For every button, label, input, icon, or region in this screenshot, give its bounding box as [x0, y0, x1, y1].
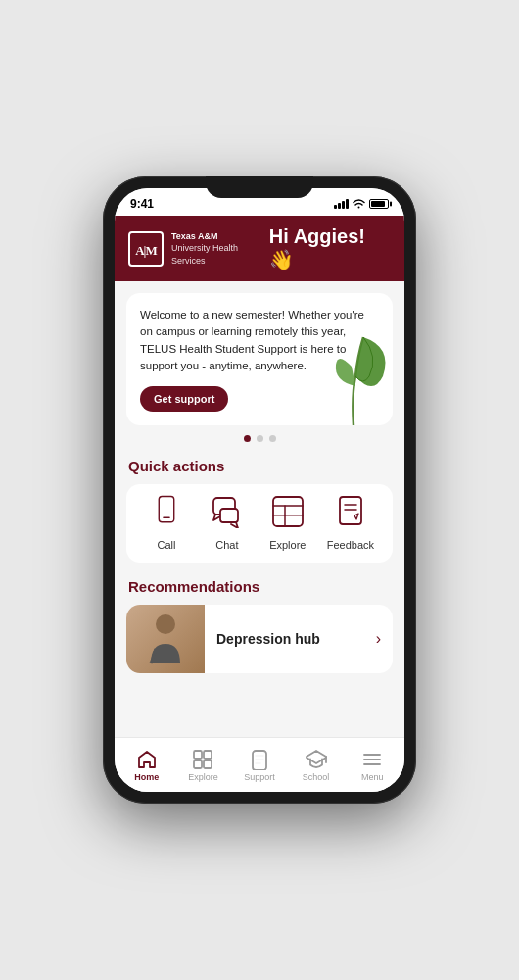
- svg-point-0: [358, 207, 360, 209]
- wifi-icon: [353, 199, 365, 209]
- recommendations-title: Recommendations: [115, 570, 404, 605]
- header-left: A|M Texas A&M University Health Services: [128, 230, 269, 268]
- battery-icon: [369, 199, 389, 209]
- welcome-card: Welcome to a new semester! Whether you'r…: [126, 293, 393, 425]
- svg-text:A|M: A|M: [135, 243, 157, 258]
- recommendations-section: Recommendations Depression hub ›: [115, 570, 404, 673]
- app-header: A|M Texas A&M University Health Services…: [115, 216, 404, 281]
- chat-label: Chat: [215, 539, 238, 551]
- carousel-dot-1[interactable]: [244, 435, 251, 442]
- nav-menu[interactable]: Menu: [344, 749, 401, 782]
- welcome-text: Welcome to a new semester! Whether you'r…: [140, 307, 379, 374]
- university-dept: University Health Services: [171, 242, 269, 267]
- svg-rect-17: [204, 751, 212, 759]
- feedback-label: Feedback: [327, 539, 374, 551]
- explore-nav-icon: [192, 749, 213, 770]
- svg-rect-16: [194, 751, 202, 759]
- phone-screen: 9:41: [115, 188, 404, 792]
- feedback-icon-container: [329, 490, 372, 533]
- svg-marker-24: [307, 751, 326, 763]
- home-nav-icon: [136, 749, 158, 770]
- chat-icon-container: [206, 490, 249, 533]
- nav-explore[interactable]: Explore: [175, 749, 232, 782]
- get-support-button[interactable]: Get support: [140, 386, 228, 412]
- university-name: Texas A&M: [171, 230, 269, 243]
- quick-actions-section: Quick actions Call: [115, 450, 404, 563]
- explore-nav-label: Explore: [188, 772, 218, 782]
- content-area[interactable]: Welcome to a new semester! Whether you'r…: [115, 281, 404, 792]
- menu-nav-icon: [361, 749, 383, 770]
- rec-arrow-icon: ›: [376, 630, 381, 648]
- bottom-nav: Home Explore Sup: [115, 737, 404, 792]
- quick-actions-grid: Call Chat: [126, 484, 393, 563]
- home-nav-label: Home: [134, 772, 159, 782]
- explore-icon: [271, 495, 305, 528]
- call-icon-container: [145, 490, 188, 533]
- school-nav-label: School: [303, 772, 330, 782]
- header-greeting: Hi Aggies! 👋: [269, 225, 391, 271]
- action-explore[interactable]: Explore: [266, 490, 309, 551]
- signal-bars-icon: [334, 199, 349, 209]
- svg-rect-18: [194, 760, 202, 768]
- carousel-dots: [115, 435, 404, 442]
- welcome-text-area: Welcome to a new semester! Whether you'r…: [140, 307, 379, 412]
- menu-nav-label: Menu: [361, 772, 384, 782]
- tamu-logo: A|M: [128, 231, 164, 267]
- explore-icon-container: [266, 490, 309, 533]
- feedback-icon: [334, 495, 367, 528]
- svg-rect-19: [204, 760, 212, 768]
- nav-support[interactable]: Support: [231, 749, 288, 782]
- status-icons: [334, 199, 389, 209]
- rec-image: [126, 605, 205, 673]
- action-feedback[interactable]: Feedback: [327, 490, 374, 551]
- chat-icon: [211, 495, 244, 528]
- svg-rect-7: [273, 497, 303, 526]
- svg-rect-6: [220, 509, 238, 522]
- nav-home[interactable]: Home: [118, 749, 175, 782]
- action-chat[interactable]: Chat: [206, 490, 249, 551]
- recommendation-card[interactable]: Depression hub ›: [126, 605, 393, 673]
- phone-icon: [150, 495, 183, 528]
- rec-image-placeholder: [126, 605, 205, 673]
- rec-title: Depression hub: [205, 631, 332, 647]
- call-label: Call: [157, 539, 175, 551]
- quick-actions-title: Quick actions: [115, 450, 404, 484]
- support-nav-label: Support: [244, 772, 275, 782]
- support-nav-icon: [249, 749, 270, 770]
- notch: [206, 176, 313, 198]
- person-illustration: [141, 610, 190, 668]
- explore-label: Explore: [269, 539, 306, 551]
- svg-rect-20: [253, 751, 266, 770]
- nav-school[interactable]: School: [288, 749, 345, 782]
- school-nav-icon: [306, 749, 327, 770]
- svg-rect-12: [340, 497, 361, 524]
- carousel-dot-3[interactable]: [269, 435, 276, 442]
- carousel-dot-2[interactable]: [257, 435, 263, 442]
- action-call[interactable]: Call: [145, 490, 188, 551]
- header-university-text: Texas A&M University Health Services: [171, 230, 269, 268]
- phone-frame: 9:41: [103, 176, 416, 804]
- status-time: 9:41: [130, 197, 154, 211]
- svg-point-15: [156, 614, 175, 634]
